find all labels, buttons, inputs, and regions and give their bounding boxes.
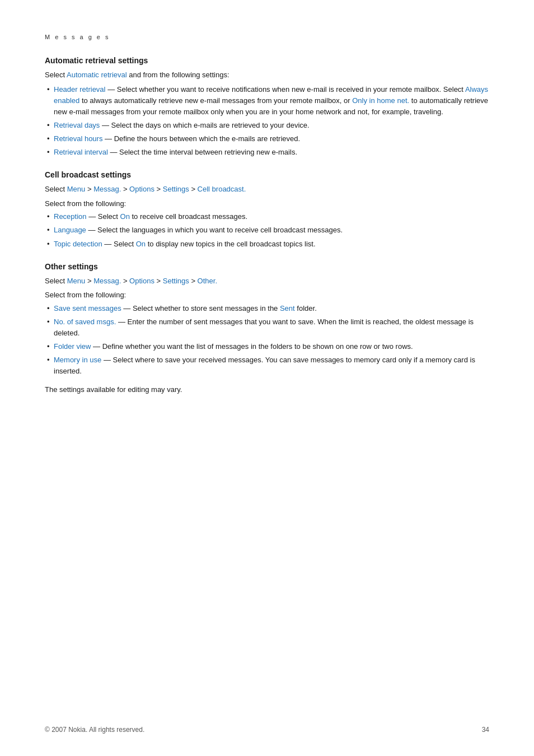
link-reception[interactable]: Reception (54, 212, 87, 221)
link-sent[interactable]: Sent (280, 304, 295, 312)
list-item-folder-view: Folder view — Define whether you want th… (45, 341, 489, 352)
section-auto-retrieval: Automatic retrieval settings Select Auto… (45, 56, 489, 158)
section-other-settings: Other settings Select Menu > Messag. > O… (45, 262, 489, 395)
list-item-retrieval-hours: Retrieval hours — Define the hours betwe… (45, 133, 489, 144)
auto-retrieval-list: Header retrieval — Select whether you wa… (45, 84, 489, 158)
list-item-language: Language — Select the languages in which… (45, 225, 489, 236)
cell-broadcast-select-text: Select from the following: (45, 198, 489, 209)
list-item-memory-in-use: Memory in use — Select where to save you… (45, 354, 489, 377)
link-retrieval-hours[interactable]: Retrieval hours (54, 134, 102, 143)
other-settings-select-text: Select from the following: (45, 290, 489, 301)
link-folder-view[interactable]: Folder view (54, 342, 91, 351)
link-save-sent-messages[interactable]: Save sent messages (54, 304, 121, 312)
footer-copyright: © 2007 Nokia. All rights reserved. (45, 726, 144, 734)
section-heading-cell-broadcast: Cell broadcast settings (45, 170, 489, 179)
link-other[interactable]: Other. (198, 277, 217, 285)
link-settings-other[interactable]: Settings (163, 277, 189, 285)
settings-note: The settings available for editing may v… (45, 384, 489, 395)
link-menu-cell[interactable]: Menu (67, 185, 86, 193)
list-item-reception: Reception — Select On to receive cell br… (45, 211, 489, 222)
section-heading-auto-retrieval: Automatic retrieval settings (45, 56, 489, 65)
link-options-cell[interactable]: Options (129, 185, 154, 193)
page: M e s s a g e s Automatic retrieval sett… (0, 0, 534, 756)
list-item-retrieval-interval: Retrieval interval — Select the time int… (45, 147, 489, 158)
other-settings-nav: Select Menu > Messag. > Options > Settin… (45, 276, 489, 287)
link-memory-in-use[interactable]: Memory in use (54, 356, 101, 364)
list-item-save-sent: Save sent messages — Select whether to s… (45, 303, 489, 314)
link-messag-cell[interactable]: Messag. (93, 185, 121, 193)
link-messag-other[interactable]: Messag. (93, 277, 121, 285)
link-no-saved-msgs[interactable]: No. of saved msgs. (54, 318, 116, 326)
link-cell-broadcast[interactable]: Cell broadcast. (198, 185, 246, 193)
list-item-retrieval-days: Retrieval days — Select the days on whic… (45, 120, 489, 131)
cell-broadcast-list: Reception — Select On to receive cell br… (45, 211, 489, 249)
link-retrieval-days[interactable]: Retrieval days (54, 121, 100, 129)
link-on-reception[interactable]: On (120, 212, 130, 221)
footer-page-number: 34 (482, 726, 489, 734)
list-item-header-retrieval: Header retrieval — Select whether you wa… (45, 84, 489, 118)
cell-broadcast-nav: Select Menu > Messag. > Options > Settin… (45, 184, 489, 195)
list-item-no-saved-msgs: No. of saved msgs. — Enter the number of… (45, 316, 489, 339)
link-on-topic[interactable]: On (136, 240, 146, 248)
link-automatic-retrieval[interactable]: Automatic retrieval (67, 71, 127, 79)
list-item-topic-detection: Topic detection — Select On to display n… (45, 239, 489, 250)
link-options-other[interactable]: Options (129, 277, 154, 285)
link-settings-cell[interactable]: Settings (163, 185, 189, 193)
link-header-retrieval[interactable]: Header retrieval (54, 85, 106, 94)
auto-retrieval-intro: Select Automatic retrieval and from the … (45, 69, 489, 81)
other-settings-list: Save sent messages — Select whether to s… (45, 303, 489, 377)
section-cell-broadcast: Cell broadcast settings Select Menu > Me… (45, 170, 489, 249)
page-footer: © 2007 Nokia. All rights reserved. 34 (45, 726, 489, 734)
section-heading-other-settings: Other settings (45, 262, 489, 271)
link-menu-other[interactable]: Menu (67, 277, 86, 285)
link-topic-detection[interactable]: Topic detection (54, 240, 102, 248)
link-retrieval-interval[interactable]: Retrieval interval (54, 148, 108, 156)
link-only-in-home-net[interactable]: Only in home net. (352, 96, 409, 105)
page-header: M e s s a g e s (45, 34, 489, 40)
link-language[interactable]: Language (54, 226, 86, 234)
